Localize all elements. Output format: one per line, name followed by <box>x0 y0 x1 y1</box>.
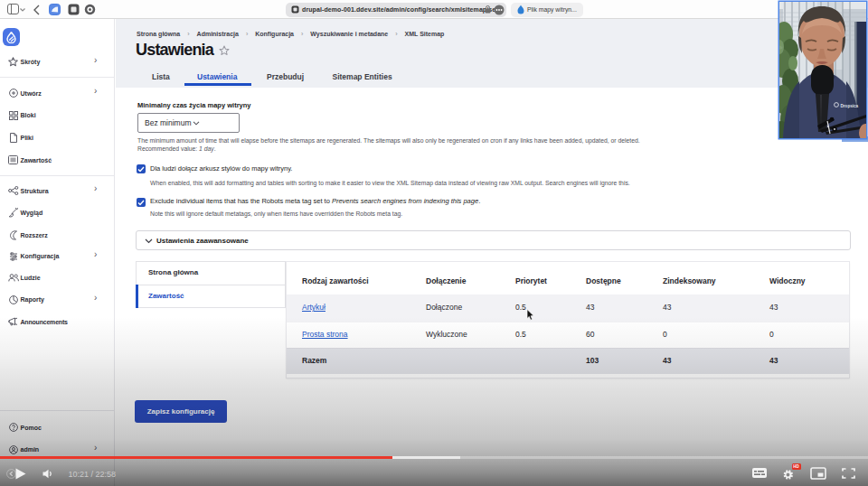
svg-text:Dropsica: Dropsica <box>841 104 859 108</box>
